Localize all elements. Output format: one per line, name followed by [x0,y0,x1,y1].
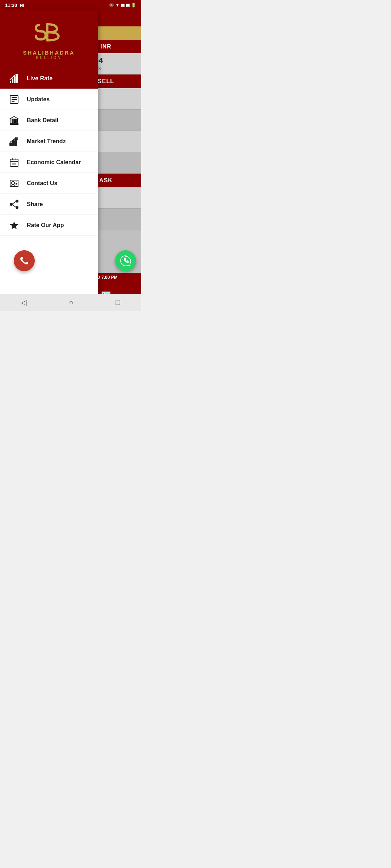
sidebar-item-contact-us[interactable]: Contact Us [0,173,98,194]
svg-rect-17 [15,139,17,146]
home-button[interactable]: ○ [69,298,73,307]
svg-point-30 [16,207,18,209]
svg-rect-2 [14,76,16,83]
svg-rect-11 [14,119,16,123]
svg-marker-34 [10,221,18,229]
sidebar-item-updates[interactable]: Updates [0,89,98,110]
wifi-icon: ▼ [115,3,119,7]
rate-our-app-label: Rate Our App [27,222,64,229]
economic-calendar-icon [7,156,21,169]
status-left: 11:30 ⏯ [5,2,24,8]
svg-point-25 [12,182,14,184]
svg-point-31 [10,203,12,205]
whatsapp-fab-button[interactable] [115,250,136,271]
main-container: Welco INR 72.8904 200 / 72.8733 SELL 497… [0,10,141,311]
sidebar-item-live-rate[interactable]: Live Rate [0,68,98,89]
live-rate-icon [7,72,21,85]
svg-line-33 [12,205,16,207]
status-right: 🔕 ▼ ▣ ▣ 🔋 [109,3,136,8]
svg-marker-8 [10,116,18,119]
economic-calendar-label: Economic Calendar [27,159,81,166]
updates-label: Updates [27,96,50,103]
status-bar: 11:30 ⏯ 🔕 ▼ ▣ ▣ 🔋 [0,0,141,10]
market-trendz-icon [7,135,21,148]
market-trendz-label: Market Trendz [27,138,66,145]
svg-rect-1 [12,78,13,83]
time-display: 11:30 [5,3,17,8]
svg-rect-9 [11,119,12,123]
svg-line-32 [12,201,16,204]
svg-rect-15 [10,143,12,146]
sidebar-item-market-trendz[interactable]: Market Trendz [0,131,98,152]
svg-point-29 [16,200,18,202]
svg-rect-3 [16,74,18,83]
share-label: Share [27,201,43,208]
signal-icon: ▣ [121,3,125,8]
sidebar-item-rate-our-app[interactable]: Rate Our App [0,215,98,236]
live-rate-label: Live Rate [27,75,52,82]
contact-us-label: Contact Us [27,180,57,187]
share-icon [7,197,21,211]
contact-us-icon [7,176,21,190]
sidebar-item-share[interactable]: Share [0,194,98,215]
sidebar-item-bank-detail[interactable]: Bank Detail [0,110,98,131]
signal2-icon: ▣ [126,3,130,8]
brand-logo-svg [33,18,65,47]
phone-fab-button[interactable] [14,250,35,271]
svg-rect-16 [12,141,14,146]
svg-rect-12 [16,119,17,123]
media-icon: ⏯ [19,2,24,8]
sidebar: SHALIBHADRA BULLION Live Rate [0,10,98,311]
svg-rect-0 [10,81,11,83]
battery-icon: 🔋 [131,3,136,8]
recent-button[interactable]: □ [115,298,120,307]
notification-muted-icon: 🔕 [109,3,114,8]
rate-app-icon [7,218,21,232]
sidebar-item-economic-calendar[interactable]: Economic Calendar [0,152,98,173]
brand-name: SHALIBHADRA [23,50,75,56]
sidebar-logo: SHALIBHADRA BULLION [0,10,98,68]
brand-sub: BULLION [36,56,62,60]
svg-rect-10 [13,119,14,123]
bank-icon [7,114,21,127]
android-nav-bar: ◁ ○ □ [0,294,141,311]
updates-icon [7,93,21,106]
bank-detail-label: Bank Detail [27,117,58,124]
back-button[interactable]: ◁ [21,298,26,307]
